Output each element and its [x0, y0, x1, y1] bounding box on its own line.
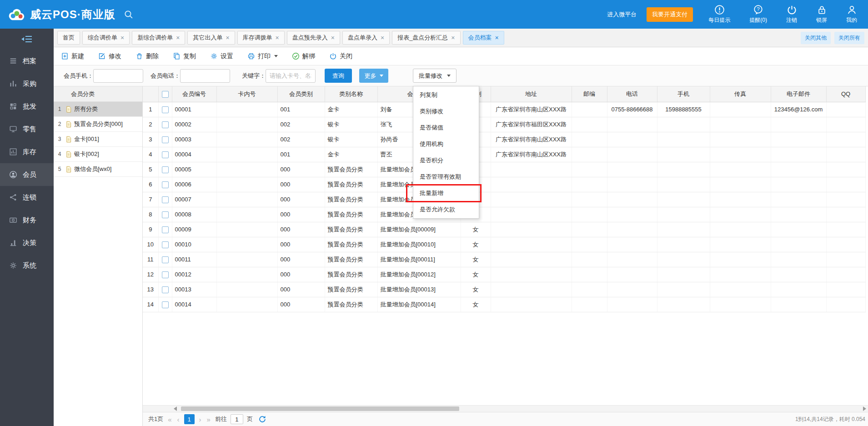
column-header[interactable]: 邮编: [572, 86, 607, 102]
column-header[interactable]: QQ: [826, 86, 865, 102]
column-header[interactable]: 电话: [607, 86, 657, 102]
sidebar-item-system[interactable]: 系统: [0, 254, 54, 277]
tab-1[interactable]: 综合调价单×: [82, 31, 130, 45]
table-row[interactable]: 1300013000预置会员分类批量增加会员[00013]女: [143, 282, 865, 297]
row-checkbox[interactable]: [162, 166, 169, 173]
sidebar-item-purchase[interactable]: 采购: [0, 72, 54, 95]
header-action-user[interactable]: 我的: [846, 5, 857, 24]
tab-close-icon[interactable]: ×: [226, 35, 229, 41]
table-row[interactable]: 300003002银卡孙尚香广东省深圳市南山区XXX路: [143, 132, 865, 147]
batch-menu-item[interactable]: 是否储值: [413, 120, 479, 136]
sidebar-item-wholesale[interactable]: 批发: [0, 95, 54, 118]
scroll-left-arrow-icon[interactable]: [174, 406, 177, 411]
column-header[interactable]: 类别名称: [325, 86, 377, 102]
column-header[interactable]: 电子邮件: [771, 86, 826, 102]
sidebar-item-inventory[interactable]: 库存: [0, 140, 54, 163]
batch-menu-item[interactable]: 是否积分: [413, 152, 479, 169]
column-header[interactable]: 地址: [491, 86, 572, 102]
table-row[interactable]: 1200012000预置会员分类批量增加会员[00012]女: [143, 267, 865, 282]
batch-menu-item[interactable]: 是否管理有效期: [413, 169, 479, 185]
row-checkbox[interactable]: [162, 301, 169, 308]
tab-5[interactable]: 盘点预先录入×: [287, 31, 340, 45]
category-item[interactable]: 2预置会员分类[000]: [54, 117, 142, 132]
table-row[interactable]: 100001001金卡刘备广东省深圳市南山区XXX路0755-886666881…: [143, 102, 865, 117]
sidebar-item-archive[interactable]: 档案: [0, 50, 54, 72]
close-others-button[interactable]: 关闭其他: [801, 32, 831, 44]
tab-6[interactable]: 盘点单录入×: [342, 31, 390, 45]
table-row[interactable]: 800008000预置会员分类批量增加会员[00008]女: [143, 207, 865, 222]
row-checkbox[interactable]: [162, 211, 169, 218]
keyword-input[interactable]: [266, 69, 316, 83]
header-action-question-balloon[interactable]: ?提醒(0): [749, 5, 767, 24]
batch-menu-item[interactable]: 批量新增: [413, 185, 479, 201]
scrollbar-thumb[interactable]: [181, 406, 459, 411]
row-checkbox[interactable]: [162, 151, 169, 158]
select-all-checkbox[interactable]: [162, 91, 169, 98]
sidebar-item-retail[interactable]: 零售: [0, 118, 54, 140]
toolbar-button-trash[interactable]: 删除: [135, 52, 159, 60]
tab-close-icon[interactable]: ×: [451, 35, 455, 41]
row-checkbox[interactable]: [162, 196, 169, 203]
open-payment-button[interactable]: 我要开通支付: [647, 7, 693, 22]
table-row[interactable]: 1400014000预置会员分类批量增加会员[00014]女: [143, 297, 865, 312]
tab-7[interactable]: 报表_盘点分析汇总×: [392, 31, 460, 45]
batch-menu-item[interactable]: 类别修改: [413, 103, 479, 120]
toolbar-button-unbind-check[interactable]: 解绑: [292, 52, 315, 60]
category-item[interactable]: 1所有分类: [54, 102, 142, 117]
row-checkbox[interactable]: [162, 106, 169, 113]
toolbar-button-new-document[interactable]: 新建: [61, 52, 84, 60]
batch-modify-button[interactable]: 批量修改: [413, 69, 457, 83]
toolbar-button-edit-pencil[interactable]: 修改: [98, 52, 121, 60]
next-page-button[interactable]: ›: [198, 416, 202, 423]
category-item[interactable]: 4银卡[002]: [54, 147, 142, 162]
tab-3[interactable]: 其它出入单×: [187, 31, 235, 45]
goto-page-input[interactable]: [231, 414, 243, 424]
row-checkbox[interactable]: [162, 121, 169, 128]
column-header[interactable]: 手机: [657, 86, 710, 102]
tab-close-icon[interactable]: ×: [495, 35, 499, 41]
category-item[interactable]: 3金卡[001]: [54, 132, 142, 147]
sidebar-item-member[interactable]: 会员: [0, 163, 54, 186]
last-page-button[interactable]: »: [206, 416, 211, 423]
table-row[interactable]: 1100011000预置会员分类批量增加会员[00011]女: [143, 252, 865, 267]
table-row[interactable]: 500005000预置会员分类批量增加会员[00005]: [143, 162, 865, 177]
table-row[interactable]: 200002002银卡张飞广东省深圳市福田区XXX路: [143, 117, 865, 132]
current-page-button[interactable]: 1: [184, 414, 195, 424]
row-checkbox[interactable]: [162, 271, 169, 278]
category-item[interactable]: 5微信会员[wx0]: [54, 162, 142, 177]
batch-menu-item[interactable]: 列复制: [413, 87, 479, 103]
row-checkbox[interactable]: [162, 226, 169, 233]
toolbar-button-close-power[interactable]: 关闭: [329, 52, 352, 60]
toolbar-button-print[interactable]: 打印: [247, 52, 278, 60]
tab-4[interactable]: 库存调拨单×: [237, 31, 285, 45]
column-header[interactable]: 会员类别: [277, 86, 325, 102]
batch-menu-item[interactable]: 使用机构: [413, 136, 479, 152]
micro-platform-link[interactable]: 进入微平台: [607, 10, 637, 19]
column-header[interactable]: 卡内号: [216, 86, 277, 102]
tab-close-icon[interactable]: ×: [381, 35, 384, 41]
row-checkbox[interactable]: [162, 286, 169, 293]
header-action-lock[interactable]: 锁屏: [816, 5, 827, 24]
horizontal-scrollbar[interactable]: [143, 405, 868, 412]
search-icon[interactable]: [124, 10, 133, 19]
prev-page-button[interactable]: ‹: [176, 416, 181, 423]
first-page-button[interactable]: «: [167, 416, 172, 423]
scroll-right-arrow-icon[interactable]: [863, 406, 866, 411]
toolbar-button-copy[interactable]: 复制: [173, 52, 196, 60]
refresh-icon[interactable]: [258, 415, 266, 423]
tab-8[interactable]: 会员档案×: [463, 31, 504, 45]
row-checkbox[interactable]: [162, 256, 169, 263]
sidebar-item-chain[interactable]: 连锁: [0, 186, 54, 209]
sidebar-collapse-button[interactable]: [0, 29, 54, 50]
member-mobile-input[interactable]: [93, 69, 143, 83]
column-header[interactable]: 传真: [710, 86, 771, 102]
table-row[interactable]: 700007000预置会员分类批量增加会员[00007]: [143, 192, 865, 207]
close-all-button[interactable]: 关闭所有: [834, 32, 864, 44]
header-action-logout-power[interactable]: 注销: [786, 5, 797, 24]
tab-2[interactable]: 新综合调价单×: [132, 31, 185, 45]
row-checkbox[interactable]: [162, 136, 169, 143]
tab-close-icon[interactable]: ×: [331, 35, 335, 41]
table-row[interactable]: 600006000预置会员分类批量增加会员[00006]: [143, 177, 865, 192]
tab-0[interactable]: 首页: [57, 31, 80, 45]
tab-close-icon[interactable]: ×: [120, 35, 124, 41]
